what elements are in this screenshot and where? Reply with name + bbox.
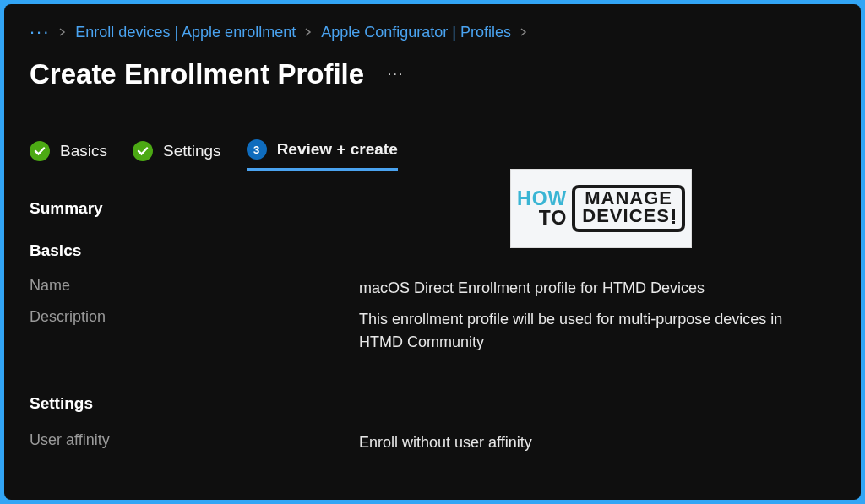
field-row-user-affinity: User affinity Enroll without user affini…	[30, 431, 835, 454]
exclamation-icon	[672, 209, 675, 224]
tab-label: Review + create	[277, 140, 398, 159]
step-number-icon: 3	[247, 139, 267, 160]
logo-devices-row: DEVICES	[582, 208, 675, 225]
breadcrumb-link-apple-configurator[interactable]: Apple Configurator | Profiles	[321, 24, 511, 41]
basics-section-header: Basics	[30, 241, 835, 260]
logo-devices-text: DEVICES	[582, 208, 670, 225]
breadcrumb-overflow-icon[interactable]: ···	[30, 21, 50, 43]
logo-box: MANAGE DEVICES	[572, 185, 685, 232]
checkmark-icon	[30, 141, 50, 161]
more-actions-icon[interactable]: ···	[388, 67, 404, 82]
summary-header: Summary	[30, 199, 835, 218]
htmd-logo: HOW TO MANAGE DEVICES	[510, 169, 692, 248]
tab-settings[interactable]: Settings	[133, 141, 221, 170]
wizard-tabs: Basics Settings 3 Review + create	[30, 139, 835, 171]
breadcrumb: ··· Enroll devices | Apple enrollment Ap…	[30, 21, 835, 43]
field-label-name: Name	[30, 277, 359, 300]
page-title: Create Enrollment Profile	[30, 58, 364, 90]
page-title-row: Create Enrollment Profile ···	[30, 58, 835, 90]
chevron-right-icon	[520, 25, 528, 39]
tab-basics[interactable]: Basics	[30, 141, 107, 170]
tab-review-create[interactable]: 3 Review + create	[247, 139, 398, 171]
field-row-description: Description This enrollment profile will…	[30, 308, 835, 354]
chevron-right-icon	[58, 25, 67, 39]
checkmark-icon	[133, 141, 153, 161]
logo-to-text: TO	[539, 209, 568, 228]
field-value-description: This enrollment profile will be used for…	[359, 308, 835, 354]
logo-how-text: HOW	[517, 189, 567, 209]
logo-left-text: HOW TO	[517, 189, 567, 228]
chevron-right-icon	[304, 25, 313, 39]
settings-section-header: Settings	[30, 394, 835, 413]
tab-label: Settings	[163, 142, 221, 160]
field-value-name: macOS Direct Enrollment profile for HTMD…	[359, 277, 835, 300]
field-label-user-affinity: User affinity	[30, 431, 359, 454]
tab-label: Basics	[60, 142, 107, 160]
breadcrumb-link-enroll-devices[interactable]: Enroll devices | Apple enrollment	[75, 24, 296, 41]
field-row-name: Name macOS Direct Enrollment profile for…	[30, 277, 835, 300]
field-label-description: Description	[30, 308, 359, 354]
field-value-user-affinity: Enroll without user affinity	[359, 431, 835, 454]
main-window: ··· Enroll devices | Apple enrollment Ap…	[4, 4, 861, 500]
